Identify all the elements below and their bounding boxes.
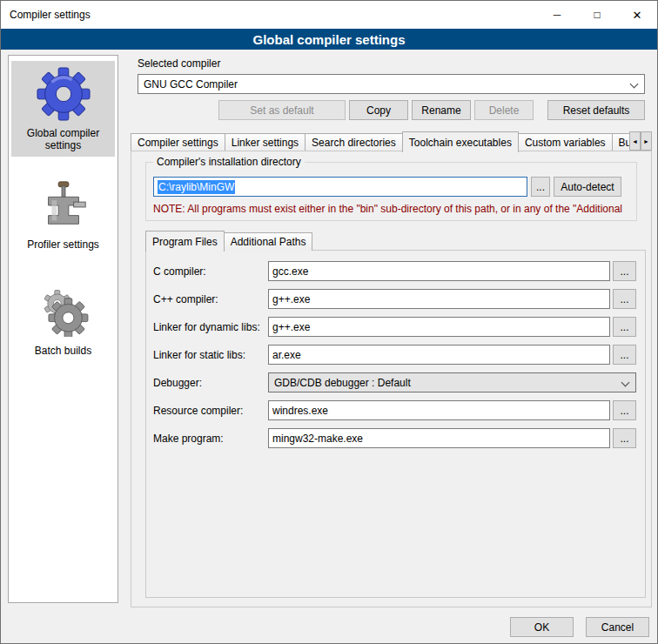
- sidebar-item-label: Batch builds: [35, 345, 91, 357]
- debugger-label: Debugger:: [153, 377, 268, 389]
- sidebar-item-profiler-settings[interactable]: Profiler settings: [11, 172, 115, 256]
- make-program-label: Make program:: [153, 433, 268, 445]
- copy-button[interactable]: Copy: [349, 100, 408, 120]
- window-title: Compiler settings: [1, 9, 91, 21]
- close-button[interactable]: ✕: [617, 1, 657, 29]
- tab-custom-variables[interactable]: Custom variables: [518, 133, 613, 151]
- set-as-default-button[interactable]: Set as default: [218, 100, 346, 120]
- tab-toolchain-executables[interactable]: Toolchain executables: [402, 131, 519, 152]
- resource-compiler-input[interactable]: windres.exe: [268, 400, 610, 420]
- chevron-down-icon: [621, 379, 630, 387]
- installation-directory-browse-button[interactable]: ...: [531, 177, 550, 197]
- window-controls: ─ □ ✕: [537, 1, 657, 29]
- program-files-tabstrip: Program Files Additional Paths: [145, 230, 312, 251]
- compiler-select-value: GNU GCC Compiler: [144, 78, 238, 91]
- auto-detect-button[interactable]: Auto-detect: [554, 177, 621, 197]
- resource-compiler-browse-button[interactable]: ...: [613, 400, 636, 420]
- installation-directory-selected-text: C:\raylib\MinGW: [158, 180, 235, 194]
- resource-compiler-label: Resource compiler:: [153, 405, 268, 417]
- blue-gear-icon: [36, 66, 91, 122]
- compiler-settings-window: Compiler settings ─ □ ✕ Global compiler …: [0, 0, 658, 644]
- tab-scroll-buttons: ◄ ►: [629, 131, 652, 151]
- dynamic-linker-label: Linker for dynamic libs:: [153, 321, 268, 333]
- page-title-banner: Global compiler settings: [1, 29, 657, 50]
- installation-directory-input[interactable]: C:\raylib\MinGW: [153, 177, 527, 197]
- tab-scroll-right-button[interactable]: ►: [641, 131, 652, 151]
- make-program-row: Make program: mingw32-make.exe ...: [153, 428, 636, 448]
- c-compiler-value: gcc.exe: [272, 265, 308, 278]
- c-compiler-browse-button[interactable]: ...: [613, 261, 636, 281]
- make-program-input[interactable]: mingw32-make.exe: [268, 428, 610, 448]
- bin-subdirectory-note: NOTE: All programs must exist either in …: [153, 203, 654, 215]
- installation-directory-group: Compiler's installation directory C:\ray…: [145, 162, 637, 221]
- chevron-down-icon: [630, 80, 639, 89]
- debugger-select-value: GDB/CDB debugger : Default: [274, 377, 411, 389]
- cpp-compiler-row: C++ compiler: g++.exe ...: [153, 289, 636, 309]
- minimize-button[interactable]: ─: [537, 1, 577, 29]
- sidebar-item-global-compiler-settings[interactable]: Global compiler settings: [11, 61, 115, 157]
- program-files-panel: C compiler: gcc.exe ... C++ compiler: g+…: [145, 250, 646, 598]
- tab-additional-paths[interactable]: Additional Paths: [224, 232, 313, 251]
- static-linker-label: Linker for static libs:: [153, 349, 268, 361]
- c-compiler-input[interactable]: gcc.exe: [268, 261, 610, 281]
- cpp-compiler-browse-button[interactable]: ...: [613, 289, 636, 309]
- compiler-select[interactable]: GNU GCC Compiler: [138, 74, 645, 94]
- dynamic-linker-input[interactable]: g++.exe: [268, 317, 610, 337]
- static-linker-input[interactable]: ar.exe: [268, 345, 610, 365]
- tab-compiler-settings[interactable]: Compiler settings: [131, 133, 225, 151]
- resource-compiler-row: Resource compiler: windres.exe ...: [153, 400, 636, 420]
- sidebar-item-label: Profiler settings: [27, 238, 99, 251]
- tab-search-directories[interactable]: Search directories: [305, 133, 403, 151]
- page-title: Global compiler settings: [252, 32, 405, 47]
- sidebar-item-label: Global compiler settings: [13, 127, 113, 151]
- maximize-button[interactable]: □: [577, 1, 617, 29]
- dynamic-linker-row: Linker for dynamic libs: g++.exe ...: [153, 317, 636, 337]
- debugger-row: Debugger: GDB/CDB debugger : Default: [153, 372, 636, 392]
- tab-program-files[interactable]: Program Files: [145, 231, 225, 252]
- static-linker-row: Linker for static libs: ar.exe ...: [153, 345, 636, 365]
- dynamic-linker-value: g++.exe: [272, 321, 310, 333]
- make-program-browse-button[interactable]: ...: [613, 428, 636, 448]
- resource-compiler-value: windres.exe: [272, 405, 328, 417]
- make-program-value: mingw32-make.exe: [272, 433, 363, 445]
- reset-defaults-button[interactable]: Reset defaults: [547, 100, 645, 120]
- selected-compiler-label: Selected compiler: [138, 57, 220, 70]
- titlebar: Compiler settings ─ □ ✕: [1, 1, 657, 29]
- cpp-compiler-input[interactable]: g++.exe: [268, 289, 610, 309]
- profiler-tool-icon: [36, 178, 91, 233]
- compiler-actions: Set as default Copy Rename Delete Reset …: [138, 100, 645, 120]
- settings-sidebar: Global compiler settings Profiler settin…: [8, 55, 118, 603]
- static-linker-browse-button[interactable]: ...: [613, 345, 636, 365]
- cpp-compiler-value: g++.exe: [272, 293, 310, 305]
- ok-button[interactable]: OK: [510, 617, 574, 637]
- cpp-compiler-label: C++ compiler:: [153, 293, 268, 305]
- static-linker-value: ar.exe: [272, 349, 301, 361]
- delete-button[interactable]: Delete: [474, 100, 534, 120]
- tab-scroll-left-button[interactable]: ◄: [629, 131, 641, 151]
- settings-tabstrip: Compiler settings Linker settings Search…: [131, 131, 652, 151]
- toolchain-executables-panel: Compiler's installation directory C:\ray…: [131, 151, 652, 607]
- gray-gears-icon: [36, 284, 91, 339]
- c-compiler-row: C compiler: gcc.exe ...: [153, 261, 636, 281]
- dynamic-linker-browse-button[interactable]: ...: [613, 317, 636, 337]
- rename-button[interactable]: Rename: [412, 100, 471, 120]
- sidebar-item-batch-builds[interactable]: Batch builds: [11, 278, 115, 362]
- tab-linker-settings[interactable]: Linker settings: [225, 133, 306, 151]
- debugger-select[interactable]: GDB/CDB debugger : Default: [268, 372, 636, 392]
- c-compiler-label: C compiler:: [153, 265, 268, 278]
- installation-directory-group-label: Compiler's installation directory: [153, 156, 305, 168]
- installation-directory-row: C:\raylib\MinGW ... Auto-detect: [153, 177, 629, 197]
- cancel-button[interactable]: Cancel: [586, 617, 649, 637]
